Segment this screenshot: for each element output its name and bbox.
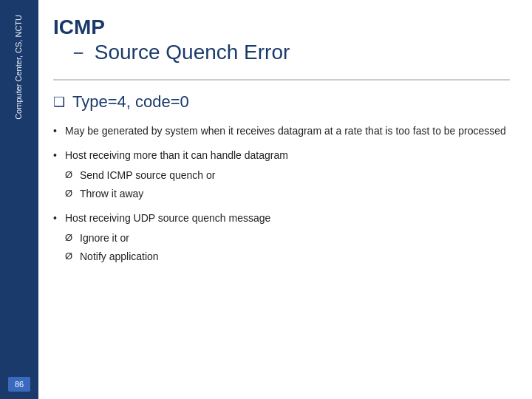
section-bullet: ❑: [53, 94, 65, 110]
sidebar: Computer Center, CS, NCTU 86: [0, 0, 38, 399]
title-sub: － Source Quench Error: [53, 40, 510, 65]
bullet-item: Host receiving UDP source quench message…: [53, 211, 510, 265]
content-area: May be generated by system when it recei…: [53, 123, 510, 384]
sub-list-item: Notify application: [65, 249, 510, 265]
title-section: ICMP － Source Quench Error: [53, 15, 510, 64]
section-heading: ❑ Type=4, code=0: [53, 92, 510, 112]
bullet-item: Host receiving more than it can handle d…: [53, 148, 510, 202]
sub-list: Send ICMP source quench orThrow it away: [65, 168, 510, 202]
section-heading-text: Type=4, code=0: [72, 92, 189, 112]
sub-list: Ignore it orNotify application: [65, 231, 510, 265]
sub-list-item: Throw it away: [65, 186, 510, 202]
sub-list-item: Ignore it or: [65, 231, 510, 246]
bullet-list: May be generated by system when it recei…: [53, 123, 510, 265]
main-content: ICMP － Source Quench Error ❑ Type=4, cod…: [38, 0, 532, 399]
page-number: 86: [8, 377, 30, 392]
title-main: ICMP: [53, 15, 510, 40]
divider: [53, 79, 510, 81]
bullet-item: May be generated by system when it recei…: [53, 123, 510, 139]
sidebar-label: Computer Center, CS, NCTU: [13, 15, 24, 120]
sub-list-item: Send ICMP source quench or: [65, 168, 510, 183]
